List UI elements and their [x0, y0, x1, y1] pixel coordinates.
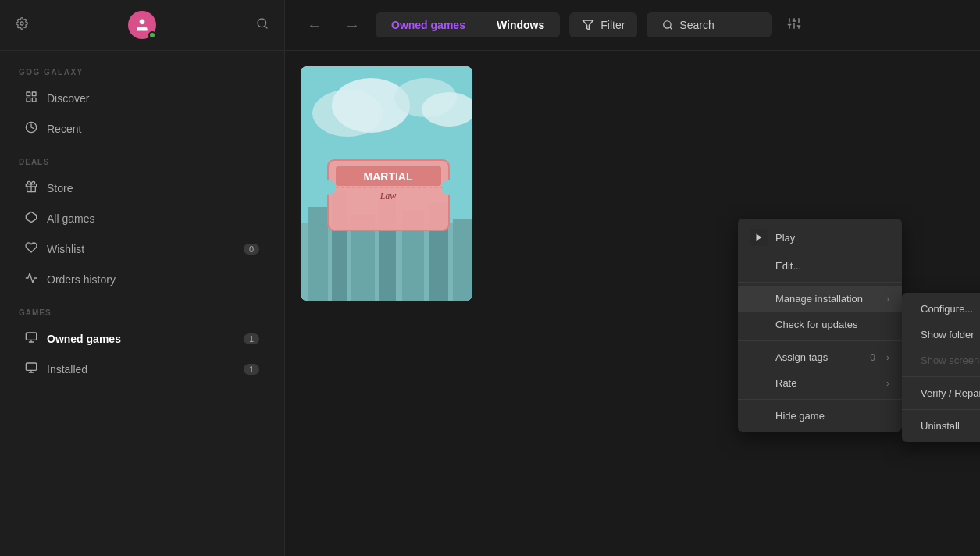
heart-icon	[25, 241, 37, 256]
cm-sep-1	[902, 376, 980, 377]
topbar: ← → Owned games Windows Filter Search	[285, 0, 980, 51]
sidebar-discover-label: Discover	[47, 92, 259, 105]
cm-show-folder[interactable]: Show folder	[902, 322, 980, 348]
cm-edit[interactable]: Edit...	[738, 253, 902, 279]
svg-point-46	[441, 180, 457, 195]
cm-manage-arrow: ›	[886, 294, 889, 305]
svg-point-45	[320, 180, 336, 195]
settings-icon[interactable]	[16, 17, 28, 34]
svg-rect-5	[32, 92, 36, 96]
svg-line-20	[670, 27, 672, 30]
sidebar-item-all-games[interactable]: All games	[6, 203, 278, 233]
play-icon	[754, 233, 764, 242]
main-content: ← → Owned games Windows Filter Search	[285, 0, 980, 556]
cm-edit-label: Edit...	[750, 260, 889, 272]
svg-marker-51	[757, 234, 762, 241]
svg-rect-7	[27, 98, 30, 102]
tab-windows[interactable]: Windows	[481, 12, 560, 37]
cm-verify-repair[interactable]: Verify / Repair	[902, 380, 980, 406]
cm-tags-count: 0	[870, 352, 875, 363]
sidebar-orders-label: Orders history	[47, 273, 259, 286]
cm-uninstall-label: Uninstall	[914, 420, 980, 432]
sidebar-item-owned-games[interactable]: Owned games 1	[6, 323, 278, 354]
cm-sep-2	[902, 409, 980, 410]
tab-group: Owned games Windows	[376, 12, 560, 37]
back-button[interactable]: ←	[301, 13, 329, 37]
play-icon-box	[750, 229, 768, 246]
forward-button[interactable]: →	[338, 13, 366, 37]
cm-tags-arrow: ›	[886, 352, 889, 363]
filter-icon	[582, 19, 594, 31]
cm-check-updates[interactable]: Check for updates	[738, 312, 902, 337]
deals-section-label: DEALS	[0, 144, 284, 173]
tab-owned-games[interactable]: Owned games	[376, 12, 481, 37]
svg-rect-4	[27, 92, 30, 96]
installed-badge: 1	[244, 364, 259, 375]
svg-line-3	[265, 26, 267, 28]
svg-point-1	[140, 20, 145, 25]
cm-play[interactable]: Play	[738, 222, 902, 253]
cm-divider-2	[738, 340, 902, 341]
diamond-icon	[25, 211, 37, 226]
cm-manage-installation[interactable]: Manage installation ›	[738, 286, 902, 312]
cm-divider-3	[738, 399, 902, 400]
clock-icon	[25, 121, 37, 136]
svg-rect-12	[26, 333, 36, 340]
sidebar-allgames-label: All games	[47, 212, 259, 225]
svg-text:MARTIAL: MARTIAL	[364, 170, 413, 183]
sidebar-item-store[interactable]: Store	[6, 173, 278, 203]
search-icon-topbar	[662, 20, 673, 30]
game-cover-art: MARTIAL Law	[301, 66, 472, 301]
topbar-settings-button[interactable]	[781, 13, 807, 37]
search-icon[interactable]	[256, 17, 269, 34]
svg-rect-36	[308, 207, 328, 301]
svg-point-19	[664, 21, 671, 28]
sidebar-item-orders-history[interactable]: Orders history	[6, 264, 278, 294]
cm-tags-label: Assign tags	[750, 351, 862, 363]
filter-label: Filter	[600, 19, 625, 31]
wishlist-badge: 0	[244, 244, 259, 255]
cm-hide-game[interactable]: Hide game	[738, 403, 902, 429]
sidebar-wishlist-label: Wishlist	[47, 243, 234, 255]
sidebar: GOG Galaxy Discover Recent DEALS	[0, 0, 285, 556]
svg-marker-18	[583, 20, 593, 30]
search-button[interactable]: Search	[647, 12, 772, 37]
brand-label: GOG Galaxy	[0, 51, 284, 83]
cm-rate[interactable]: Rate ›	[738, 370, 902, 396]
cm-manage-label: Manage installation	[750, 293, 878, 305]
cm-show-screenshots: Show screenshots	[902, 348, 980, 373]
content-area: MARTIAL Law Play Edit...	[285, 51, 980, 556]
game-card[interactable]: MARTIAL Law	[301, 66, 472, 301]
avatar[interactable]	[128, 11, 156, 39]
sidebar-item-discover[interactable]: Discover	[6, 83, 278, 113]
svg-rect-15	[26, 363, 36, 370]
online-status-dot	[148, 31, 156, 39]
cm-divider-1	[738, 282, 902, 283]
sidebar-store-label: Store	[47, 182, 259, 194]
cm-configure[interactable]: Configure...	[902, 296, 980, 322]
tag-icon	[25, 180, 37, 195]
games-section-label: GAMES	[0, 294, 284, 323]
sidebar-item-installed[interactable]: Installed 1	[6, 354, 278, 384]
cm-assign-tags[interactable]: Assign tags 0 ›	[738, 344, 902, 370]
sidebar-item-recent[interactable]: Recent	[6, 113, 278, 144]
svg-rect-42	[453, 219, 472, 301]
cm-verify-label: Verify / Repair	[914, 387, 980, 399]
context-menu-primary: Play Edit... Manage installation › Check…	[738, 219, 902, 432]
cm-check-label: Check for updates	[750, 319, 889, 330]
svg-point-0	[20, 22, 23, 25]
monitor-icon	[25, 331, 37, 346]
cm-uninstall[interactable]: Uninstall	[902, 413, 980, 439]
grid-icon	[25, 91, 37, 105]
filter-button[interactable]: Filter	[569, 12, 637, 37]
cm-rate-arrow: ›	[886, 378, 889, 389]
cm-rate-label: Rate	[750, 377, 878, 389]
monitor-installed-icon	[25, 362, 37, 376]
cm-configure-label: Configure...	[914, 303, 980, 315]
sidebar-item-wishlist[interactable]: Wishlist 0	[6, 233, 278, 264]
svg-marker-11	[26, 212, 36, 222]
search-label: Search	[679, 19, 714, 31]
context-menu-secondary: Configure... Show folder Show screenshot…	[902, 293, 980, 442]
cm-screenshots-label: Show screenshots	[914, 355, 980, 366]
sliders-icon	[787, 16, 801, 30]
